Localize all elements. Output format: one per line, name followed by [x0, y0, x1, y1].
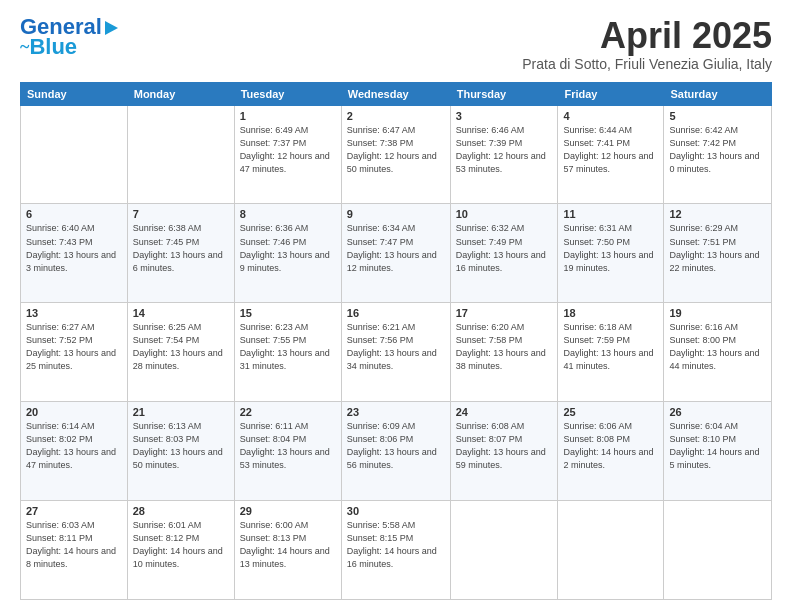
day-number: 16: [347, 307, 445, 319]
day-number: 14: [133, 307, 229, 319]
calendar-cell: 26Sunrise: 6:04 AM Sunset: 8:10 PM Dayli…: [664, 402, 772, 501]
day-info: Sunrise: 6:20 AM Sunset: 7:58 PM Dayligh…: [456, 321, 553, 373]
calendar-cell: 12Sunrise: 6:29 AM Sunset: 7:51 PM Dayli…: [664, 204, 772, 303]
week-row-3: 13Sunrise: 6:27 AM Sunset: 7:52 PM Dayli…: [21, 303, 772, 402]
day-info: Sunrise: 6:01 AM Sunset: 8:12 PM Dayligh…: [133, 519, 229, 571]
day-number: 29: [240, 505, 336, 517]
calendar-cell: 9Sunrise: 6:34 AM Sunset: 7:47 PM Daylig…: [341, 204, 450, 303]
logo-blue-text: Blue: [29, 36, 77, 58]
calendar-cell: 22Sunrise: 6:11 AM Sunset: 8:04 PM Dayli…: [234, 402, 341, 501]
day-number: 13: [26, 307, 122, 319]
day-info: Sunrise: 6:40 AM Sunset: 7:43 PM Dayligh…: [26, 222, 122, 274]
day-info: Sunrise: 6:09 AM Sunset: 8:06 PM Dayligh…: [347, 420, 445, 472]
header-row: Sunday Monday Tuesday Wednesday Thursday…: [21, 82, 772, 105]
calendar-cell: 14Sunrise: 6:25 AM Sunset: 7:54 PM Dayli…: [127, 303, 234, 402]
col-thursday: Thursday: [450, 82, 558, 105]
day-info: Sunrise: 6:49 AM Sunset: 7:37 PM Dayligh…: [240, 124, 336, 176]
col-sunday: Sunday: [21, 82, 128, 105]
calendar-cell: 10Sunrise: 6:32 AM Sunset: 7:49 PM Dayli…: [450, 204, 558, 303]
calendar-cell: 13Sunrise: 6:27 AM Sunset: 7:52 PM Dayli…: [21, 303, 128, 402]
week-row-5: 27Sunrise: 6:03 AM Sunset: 8:11 PM Dayli…: [21, 501, 772, 600]
day-number: 28: [133, 505, 229, 517]
day-info: Sunrise: 6:08 AM Sunset: 8:07 PM Dayligh…: [456, 420, 553, 472]
day-info: Sunrise: 5:58 AM Sunset: 8:15 PM Dayligh…: [347, 519, 445, 571]
calendar-cell: [450, 501, 558, 600]
title-location: Prata di Sotto, Friuli Venezia Giulia, I…: [522, 56, 772, 72]
calendar-cell: 1Sunrise: 6:49 AM Sunset: 7:37 PM Daylig…: [234, 105, 341, 204]
day-number: 20: [26, 406, 122, 418]
day-info: Sunrise: 6:36 AM Sunset: 7:46 PM Dayligh…: [240, 222, 336, 274]
day-info: Sunrise: 6:47 AM Sunset: 7:38 PM Dayligh…: [347, 124, 445, 176]
day-number: 5: [669, 110, 766, 122]
day-number: 7: [133, 208, 229, 220]
day-number: 8: [240, 208, 336, 220]
day-number: 11: [563, 208, 658, 220]
day-number: 23: [347, 406, 445, 418]
day-number: 12: [669, 208, 766, 220]
day-number: 19: [669, 307, 766, 319]
calendar-cell: 4Sunrise: 6:44 AM Sunset: 7:41 PM Daylig…: [558, 105, 664, 204]
day-info: Sunrise: 6:31 AM Sunset: 7:50 PM Dayligh…: [563, 222, 658, 274]
calendar-cell: [127, 105, 234, 204]
calendar-cell: 15Sunrise: 6:23 AM Sunset: 7:55 PM Dayli…: [234, 303, 341, 402]
col-tuesday: Tuesday: [234, 82, 341, 105]
day-info: Sunrise: 6:03 AM Sunset: 8:11 PM Dayligh…: [26, 519, 122, 571]
day-info: Sunrise: 6:27 AM Sunset: 7:52 PM Dayligh…: [26, 321, 122, 373]
day-info: Sunrise: 6:34 AM Sunset: 7:47 PM Dayligh…: [347, 222, 445, 274]
calendar-cell: 17Sunrise: 6:20 AM Sunset: 7:58 PM Dayli…: [450, 303, 558, 402]
col-friday: Friday: [558, 82, 664, 105]
day-info: Sunrise: 6:06 AM Sunset: 8:08 PM Dayligh…: [563, 420, 658, 472]
day-number: 9: [347, 208, 445, 220]
calendar-table: Sunday Monday Tuesday Wednesday Thursday…: [20, 82, 772, 600]
day-info: Sunrise: 6:46 AM Sunset: 7:39 PM Dayligh…: [456, 124, 553, 176]
day-info: Sunrise: 6:44 AM Sunset: 7:41 PM Dayligh…: [563, 124, 658, 176]
day-number: 3: [456, 110, 553, 122]
week-row-1: 1Sunrise: 6:49 AM Sunset: 7:37 PM Daylig…: [21, 105, 772, 204]
logo: General ~ Blue: [20, 16, 118, 58]
day-info: Sunrise: 6:14 AM Sunset: 8:02 PM Dayligh…: [26, 420, 122, 472]
calendar-cell: 23Sunrise: 6:09 AM Sunset: 8:06 PM Dayli…: [341, 402, 450, 501]
week-row-4: 20Sunrise: 6:14 AM Sunset: 8:02 PM Dayli…: [21, 402, 772, 501]
logo-arrow-icon: [105, 21, 118, 35]
calendar-cell: [21, 105, 128, 204]
calendar-cell: 6Sunrise: 6:40 AM Sunset: 7:43 PM Daylig…: [21, 204, 128, 303]
calendar-cell: 30Sunrise: 5:58 AM Sunset: 8:15 PM Dayli…: [341, 501, 450, 600]
day-info: Sunrise: 6:42 AM Sunset: 7:42 PM Dayligh…: [669, 124, 766, 176]
day-number: 26: [669, 406, 766, 418]
day-info: Sunrise: 6:21 AM Sunset: 7:56 PM Dayligh…: [347, 321, 445, 373]
day-number: 10: [456, 208, 553, 220]
calendar-cell: 20Sunrise: 6:14 AM Sunset: 8:02 PM Dayli…: [21, 402, 128, 501]
logo-wave-icon: ~: [20, 37, 29, 58]
calendar-cell: 27Sunrise: 6:03 AM Sunset: 8:11 PM Dayli…: [21, 501, 128, 600]
day-number: 24: [456, 406, 553, 418]
calendar-cell: 21Sunrise: 6:13 AM Sunset: 8:03 PM Dayli…: [127, 402, 234, 501]
title-block: April 2025 Prata di Sotto, Friuli Venezi…: [522, 16, 772, 72]
day-number: 22: [240, 406, 336, 418]
calendar-cell: [664, 501, 772, 600]
day-number: 27: [26, 505, 122, 517]
header: General ~ Blue April 2025 Prata di Sotto…: [20, 16, 772, 72]
day-info: Sunrise: 6:11 AM Sunset: 8:04 PM Dayligh…: [240, 420, 336, 472]
col-wednesday: Wednesday: [341, 82, 450, 105]
calendar-cell: 5Sunrise: 6:42 AM Sunset: 7:42 PM Daylig…: [664, 105, 772, 204]
week-row-2: 6Sunrise: 6:40 AM Sunset: 7:43 PM Daylig…: [21, 204, 772, 303]
day-number: 30: [347, 505, 445, 517]
day-number: 1: [240, 110, 336, 122]
calendar-cell: [558, 501, 664, 600]
day-number: 6: [26, 208, 122, 220]
calendar-cell: 11Sunrise: 6:31 AM Sunset: 7:50 PM Dayli…: [558, 204, 664, 303]
day-info: Sunrise: 6:18 AM Sunset: 7:59 PM Dayligh…: [563, 321, 658, 373]
calendar-page: General ~ Blue April 2025 Prata di Sotto…: [0, 0, 792, 612]
col-saturday: Saturday: [664, 82, 772, 105]
calendar-cell: 16Sunrise: 6:21 AM Sunset: 7:56 PM Dayli…: [341, 303, 450, 402]
calendar-cell: 8Sunrise: 6:36 AM Sunset: 7:46 PM Daylig…: [234, 204, 341, 303]
day-number: 15: [240, 307, 336, 319]
day-info: Sunrise: 6:38 AM Sunset: 7:45 PM Dayligh…: [133, 222, 229, 274]
day-info: Sunrise: 6:32 AM Sunset: 7:49 PM Dayligh…: [456, 222, 553, 274]
day-number: 25: [563, 406, 658, 418]
day-info: Sunrise: 6:00 AM Sunset: 8:13 PM Dayligh…: [240, 519, 336, 571]
col-monday: Monday: [127, 82, 234, 105]
day-info: Sunrise: 6:04 AM Sunset: 8:10 PM Dayligh…: [669, 420, 766, 472]
day-info: Sunrise: 6:29 AM Sunset: 7:51 PM Dayligh…: [669, 222, 766, 274]
day-number: 4: [563, 110, 658, 122]
